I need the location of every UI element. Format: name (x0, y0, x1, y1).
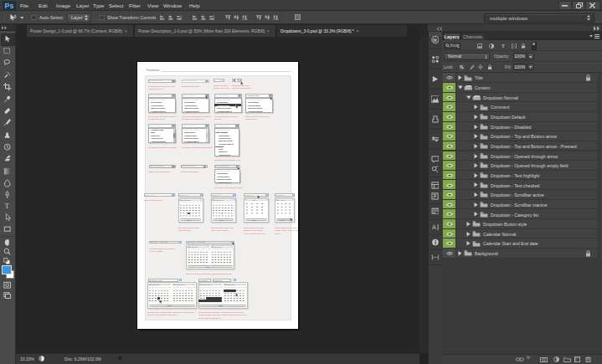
svg-text:A: A (431, 223, 435, 231)
svg-text:M: M (433, 37, 437, 42)
svg-text:T: T (5, 202, 10, 209)
svg-text:T: T (502, 44, 505, 49)
